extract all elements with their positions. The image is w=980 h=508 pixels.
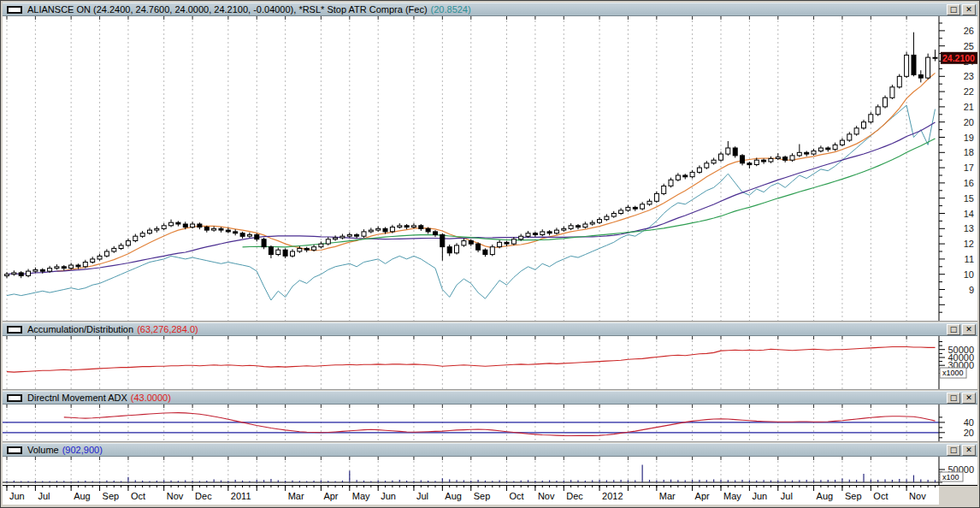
price-panel-title: ALIANSCE ON (24.2400, 24.7600, 24.0000, … — [27, 4, 428, 15]
svg-text:Apr: Apr — [695, 491, 710, 501]
price-panel-header: ALIANSCE ON (24.2400, 24.7600, 24.0000, … — [3, 3, 977, 16]
svg-text:Sep: Sep — [474, 491, 491, 501]
svg-text:40: 40 — [964, 417, 974, 428]
adx-chart-area[interactable]: 2040 — [3, 405, 977, 441]
svg-text:14: 14 — [964, 209, 974, 219]
svg-text:Oct: Oct — [510, 491, 524, 501]
chart-window: ALIANSCE ON (24.2400, 24.7600, 24.0000, … — [0, 0, 980, 508]
svg-text:Nov: Nov — [538, 491, 555, 501]
svg-text:Jun: Jun — [752, 491, 767, 501]
price-panel: ALIANSCE ON (24.2400, 24.7600, 24.0000, … — [3, 3, 977, 321]
svg-text:Oct: Oct — [873, 491, 888, 501]
volume-panel-title: Volume — [27, 445, 59, 455]
svg-text:20: 20 — [964, 428, 974, 438]
ad-collapse-box-icon[interactable] — [7, 326, 22, 334]
volume-maximize-button[interactable]: □ — [947, 445, 960, 456]
ad-close-button[interactable]: ✕ — [962, 324, 976, 335]
svg-text:10: 10 — [964, 269, 974, 280]
price-chart-area[interactable]: 9101112131415161718192021222324252624.21… — [3, 16, 977, 321]
price-collapse-box-icon[interactable] — [7, 6, 22, 14]
svg-text:Dec: Dec — [195, 491, 212, 501]
svg-text:x100: x100 — [942, 473, 959, 481]
svg-text:2011: 2011 — [231, 491, 251, 501]
svg-text:Mar: Mar — [288, 491, 304, 501]
price-panel-value: (20.8524) — [431, 4, 471, 15]
svg-text:18: 18 — [964, 147, 974, 157]
volume-close-button[interactable]: ✕ — [962, 445, 976, 456]
ad-panel: Accumulation/Distribution (63,276,284.0)… — [3, 322, 977, 389]
adx-panel-title: Directnl Movement ADX — [27, 393, 127, 403]
svg-text:17: 17 — [964, 162, 974, 173]
svg-text:26: 26 — [964, 26, 974, 36]
price-maximize-button[interactable]: □ — [947, 4, 960, 15]
svg-text:Aug: Aug — [817, 491, 834, 501]
svg-text:Aug: Aug — [74, 491, 91, 501]
svg-text:9: 9 — [969, 285, 974, 295]
svg-text:25: 25 — [964, 41, 974, 51]
svg-text:Jul: Jul — [781, 491, 793, 501]
svg-text:11: 11 — [965, 254, 974, 264]
date-axis[interactable]: JunJulAugSepOctNovDec2011MarAprMayJunJul… — [3, 485, 977, 505]
svg-text:21: 21 — [964, 102, 974, 112]
svg-text:20: 20 — [964, 117, 974, 127]
svg-text:Nov: Nov — [909, 491, 926, 501]
volume-panel: Volume (902,900) □ ✕ 50000x100 — [3, 443, 977, 485]
svg-text:Dec: Dec — [566, 491, 583, 501]
volume-collapse-box-icon[interactable] — [7, 446, 22, 454]
svg-text:Jul: Jul — [416, 491, 428, 501]
svg-text:Mar: Mar — [659, 491, 676, 501]
svg-text:Aug: Aug — [445, 491, 462, 501]
adx-close-button[interactable]: ✕ — [962, 393, 976, 404]
adx-panel-header: Directnl Movement ADX (43.0000) □ ✕ — [3, 391, 977, 405]
ad-chart-area[interactable]: 300004000050000x1000 — [3, 336, 977, 389]
svg-text:Sep: Sep — [103, 491, 120, 501]
adx-panel-value: (43.0000) — [131, 393, 171, 403]
svg-text:23: 23 — [964, 71, 974, 81]
svg-text:13: 13 — [964, 223, 974, 233]
svg-text:Jun: Jun — [9, 491, 25, 501]
svg-text:May: May — [723, 491, 741, 501]
svg-text:2012: 2012 — [602, 491, 623, 501]
svg-text:24.2100: 24.2100 — [942, 53, 975, 63]
date-axis-ruler: JunJulAugSepOctNovDec2011MarAprMayJunJul… — [3, 485, 977, 505]
adx-plot: 2040 — [3, 405, 977, 441]
svg-text:15: 15 — [964, 193, 974, 204]
ad-panel-value: (63,276,284.0) — [137, 324, 198, 334]
svg-text:16: 16 — [964, 178, 974, 188]
svg-text:19: 19 — [964, 133, 974, 143]
price-plot: 9101112131415161718192021222324252624.21… — [3, 16, 977, 321]
volume-chart-area[interactable]: 50000x100 — [3, 457, 977, 485]
svg-text:Oct: Oct — [131, 491, 145, 501]
adx-panel: Directnl Movement ADX (43.0000) □ ✕ 2040 — [3, 391, 977, 441]
ad-plot: 300004000050000x1000 — [3, 336, 977, 389]
svg-text:Nov: Nov — [167, 491, 184, 501]
adx-maximize-button[interactable]: □ — [947, 393, 960, 404]
svg-text:Jun: Jun — [381, 491, 396, 501]
svg-text:50000: 50000 — [948, 345, 974, 355]
volume-panel-value: (902,900) — [62, 445, 103, 455]
svg-text:Apr: Apr — [323, 491, 338, 501]
svg-text:May: May — [352, 491, 370, 501]
volume-panel-header: Volume (902,900) □ ✕ — [3, 443, 977, 457]
ad-panel-title: Accumulation/Distribution — [27, 324, 133, 334]
ad-panel-header: Accumulation/Distribution (63,276,284.0)… — [3, 322, 977, 336]
adx-collapse-box-icon[interactable] — [7, 394, 22, 402]
svg-text:x1000: x1000 — [942, 369, 964, 377]
volume-plot: 50000x100 — [3, 457, 977, 485]
svg-text:22: 22 — [964, 86, 974, 97]
svg-text:Sep: Sep — [845, 491, 862, 501]
price-close-button[interactable]: ✕ — [962, 4, 976, 15]
svg-text:12: 12 — [964, 239, 974, 249]
svg-text:Jul: Jul — [38, 491, 50, 501]
ad-maximize-button[interactable]: □ — [947, 324, 960, 335]
